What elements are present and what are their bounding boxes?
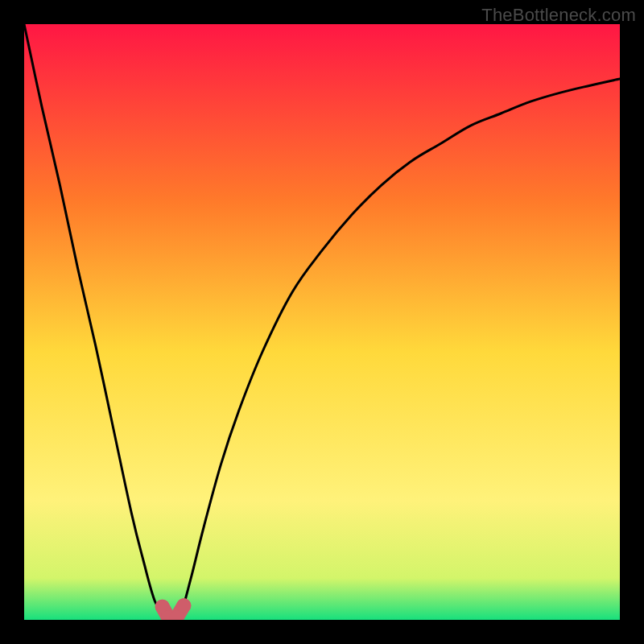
watermark-text: TheBottleneck.com	[481, 5, 636, 26]
chart-svg	[24, 24, 620, 620]
min-marker-dot	[176, 598, 191, 613]
chart-frame: TheBottleneck.com	[0, 0, 644, 644]
gradient-background	[24, 24, 620, 620]
chart-plot-area	[24, 24, 620, 620]
